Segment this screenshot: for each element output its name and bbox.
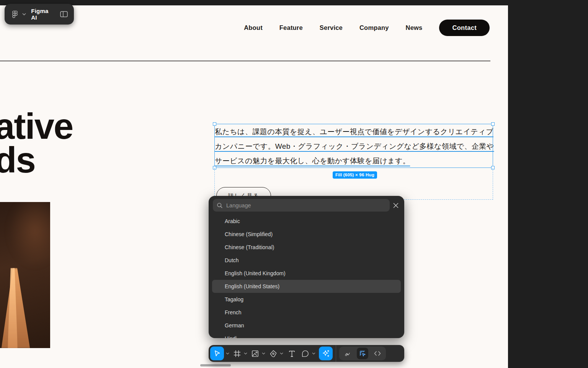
text-tool-icon[interactable] xyxy=(288,350,296,358)
intro-text-block[interactable]: 私たちは、課題の本質を捉え、ユーザー視点で価値をデザインするクリエイティブ カン… xyxy=(215,124,493,168)
ai-actions-button[interactable] xyxy=(319,347,333,360)
hero-headline-line1: ative xyxy=(0,110,73,143)
language-search-field[interactable] xyxy=(213,199,390,212)
site-nav: About Feature Service Company News Conta… xyxy=(244,19,490,36)
figma-ai-title: Figma AI xyxy=(31,8,54,21)
language-option-label: Chinese (Simplified) xyxy=(225,231,273,237)
language-option-label: Chinese (Traditional) xyxy=(225,244,274,250)
hero-headline-line2: ds xyxy=(0,143,73,177)
frame-tool-icon[interactable] xyxy=(233,350,241,358)
chevron-down-icon[interactable] xyxy=(261,352,266,355)
language-option-label: English (United States) xyxy=(225,283,279,289)
language-option-french[interactable]: French xyxy=(212,306,401,319)
language-option-label: Tagalog xyxy=(225,296,243,302)
search-icon xyxy=(217,202,223,209)
toolbar-divider xyxy=(336,345,336,362)
sidebar-toggle-icon[interactable] xyxy=(60,11,68,17)
language-option-en-uk[interactable]: English (United Kingdom) xyxy=(212,267,401,280)
language-option-german[interactable]: German xyxy=(212,319,401,332)
nav-link-feature[interactable]: Feature xyxy=(279,24,303,31)
language-option-tagalog[interactable]: Tagalog xyxy=(212,293,401,306)
intro-line: カンパニーです。Web・グラフィック・ブランディングなど多様な領域で、企業や xyxy=(215,139,493,153)
figma-toolbar xyxy=(209,345,404,362)
intro-line: サービスの魅力を最大化し、心を動かす体験を届けます。 xyxy=(215,153,493,168)
horizontal-scrollbar[interactable] xyxy=(200,364,231,366)
image-tool-icon[interactable] xyxy=(251,350,259,358)
hero-headline: ative ds xyxy=(0,110,73,177)
figma-logo-icon[interactable] xyxy=(11,10,19,18)
language-option-label: Hindi xyxy=(225,335,237,338)
language-option-arabic[interactable]: Arabic xyxy=(212,215,401,228)
chevron-down-icon[interactable] xyxy=(279,352,284,355)
language-option-label: English (United Kingdom) xyxy=(225,270,286,276)
chevron-down-icon[interactable] xyxy=(22,13,26,15)
language-dropdown-panel: Arabic Chinese (Simplified) Chinese (Tra… xyxy=(209,196,404,338)
comment-tool-icon[interactable] xyxy=(301,350,309,358)
language-option-label: German xyxy=(225,322,244,329)
nav-link-company[interactable]: Company xyxy=(359,24,389,31)
chevron-down-icon[interactable] xyxy=(243,352,248,355)
intro-line: 私たちは、課題の本質を捉え、ユーザー視点で価値をデザインするクリエイティブ xyxy=(215,124,493,139)
annotate-tool-button[interactable] xyxy=(342,348,353,359)
nav-link-service[interactable]: Service xyxy=(320,24,343,31)
language-option-dutch[interactable]: Dutch xyxy=(212,254,401,267)
language-list: Arabic Chinese (Simplified) Chinese (Tra… xyxy=(209,215,404,338)
pen-tool-icon[interactable] xyxy=(269,350,277,358)
language-option-label: French xyxy=(225,309,242,315)
language-option-label: Dutch xyxy=(225,257,239,263)
figma-ai-pill[interactable]: Figma AI xyxy=(5,4,74,25)
header-divider xyxy=(0,61,490,61)
language-option-label: Arabic xyxy=(225,218,240,224)
chevron-down-icon[interactable] xyxy=(311,352,316,355)
nav-link-about[interactable]: About xyxy=(244,24,263,31)
language-option-en-us[interactable]: English (United States) xyxy=(212,280,401,293)
intro-line-text: サービスの魅力を最大化し、心を動かす体験を届けます。 xyxy=(215,156,410,166)
intro-line-text: カンパニーです。Web・グラフィック・ブランディングなど多様な領域で、企業や xyxy=(215,141,494,151)
dev-tools-group xyxy=(339,347,386,360)
intro-line-text: 私たちは、課題の本質を捉え、ユーザー視点で価値をデザインするクリエイティブ xyxy=(215,127,493,137)
nav-link-news[interactable]: News xyxy=(406,24,423,31)
selection-size-badge: Fill (605) × 96 Hug xyxy=(333,171,377,179)
contact-button[interactable]: Contact xyxy=(439,20,490,36)
chevron-down-icon[interactable] xyxy=(225,352,230,355)
language-option-zh-hant[interactable]: Chinese (Traditional) xyxy=(212,241,401,254)
close-icon[interactable] xyxy=(392,202,399,209)
language-search-input[interactable] xyxy=(226,202,386,209)
measure-tool-button[interactable] xyxy=(357,348,368,359)
dev-mode-code-button[interactable] xyxy=(372,348,383,359)
language-option-zh-hans[interactable]: Chinese (Simplified) xyxy=(212,228,401,241)
move-tool-button[interactable] xyxy=(210,347,224,360)
hero-photo-sand-hand xyxy=(0,202,50,348)
language-option-hindi[interactable]: Hindi xyxy=(212,332,401,338)
